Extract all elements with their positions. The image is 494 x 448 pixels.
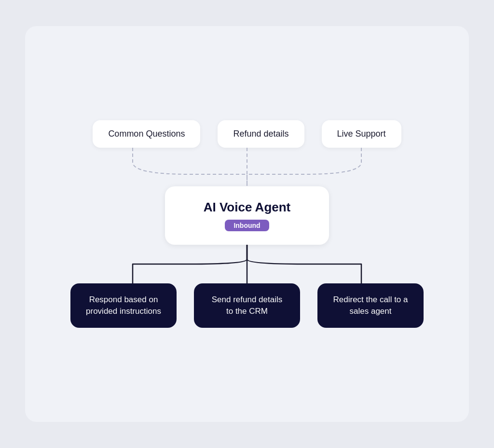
- output-node-label: Redirect the call to a sales agent: [333, 295, 408, 316]
- input-node-label: Refund details: [233, 129, 288, 139]
- input-node-refund-details: Refund details: [218, 120, 304, 148]
- dashed-connectors: [83, 148, 411, 186]
- input-node-live-support: Live Support: [322, 120, 401, 148]
- input-node-common-questions: Common Questions: [93, 120, 200, 148]
- output-nodes-row: Respond based on provided instructions S…: [70, 283, 424, 328]
- inbound-badge: Inbound: [225, 220, 269, 231]
- diagram-wrapper: Common Questions Refund details Live Sup…: [25, 120, 469, 328]
- input-node-label: Live Support: [337, 129, 386, 139]
- output-node-label: Send refund details to the CRM: [212, 295, 283, 316]
- center-node: AI Voice Agent Inbound: [165, 186, 329, 245]
- input-nodes-row: Common Questions Refund details Live Sup…: [93, 120, 401, 148]
- dashed-connectors-svg: [83, 148, 411, 186]
- output-node-redirect-sales: Redirect the call to a sales agent: [317, 283, 424, 328]
- output-node-respond-instructions: Respond based on provided instructions: [70, 283, 177, 328]
- input-node-label: Common Questions: [108, 129, 185, 139]
- center-node-title: AI Voice Agent: [194, 200, 300, 215]
- diagram-container: Common Questions Refund details Live Sup…: [25, 26, 469, 422]
- output-node-label: Respond based on provided instructions: [86, 295, 161, 316]
- solid-connectors: [83, 245, 411, 283]
- output-node-send-refund-crm: Send refund details to the CRM: [194, 283, 300, 328]
- solid-connectors-svg: [83, 245, 411, 283]
